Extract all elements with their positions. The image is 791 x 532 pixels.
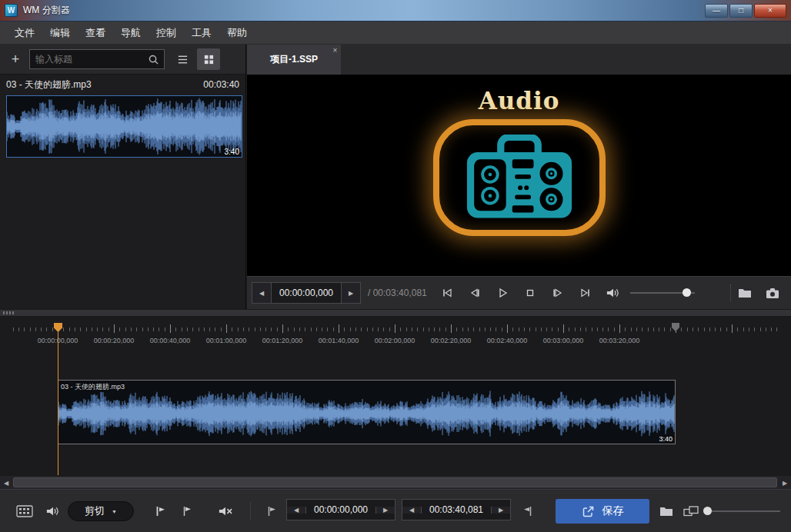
set-end-marker-button[interactable]	[175, 500, 199, 523]
go-to-end-marker-button[interactable]	[519, 500, 536, 522]
current-time-value[interactable]: 00:00:00,000	[272, 283, 341, 303]
preview-area: Audio	[247, 75, 791, 276]
ruler-tick	[619, 324, 620, 333]
segments-grid-icon	[16, 505, 33, 517]
maximize-button[interactable]: □	[729, 4, 753, 18]
boombox-icon	[462, 135, 577, 221]
list-view-button[interactable]	[171, 48, 194, 70]
volume-slider-handle[interactable]	[683, 288, 691, 297]
play-button[interactable]	[489, 281, 516, 304]
menu-control[interactable]: 控制	[149, 22, 184, 45]
mute-button[interactable]	[212, 500, 239, 523]
ruler-label: 00:02:40,000	[479, 337, 535, 344]
mute-speaker-icon	[218, 505, 233, 517]
ruler-tick	[13, 328, 14, 331]
ruler-tick	[446, 328, 446, 331]
ruler-tick	[355, 328, 356, 331]
ruler-label: 00:00:20,000	[86, 337, 142, 344]
ruler-tick	[322, 328, 322, 331]
search-button[interactable]	[143, 50, 164, 68]
ruler-tick	[693, 328, 693, 331]
ruler-tick	[456, 328, 457, 331]
time-increment-button[interactable]: ▶	[341, 283, 360, 303]
start-time-value[interactable]: 00:00:00,000	[306, 504, 375, 515]
menu-navigate[interactable]: 导航	[113, 22, 149, 45]
ruler-tick	[69, 328, 70, 331]
step-back-button[interactable]	[461, 281, 489, 304]
grid-view-button[interactable]	[197, 48, 220, 70]
scroll-right-button[interactable]: ▶	[779, 476, 791, 490]
start-marker-flag-icon	[155, 505, 167, 517]
end-time-value[interactable]: 00:03:40,081	[422, 504, 491, 515]
ruler-tick	[536, 328, 536, 331]
ruler-tick	[378, 328, 379, 331]
close-button[interactable]: ×	[754, 4, 786, 18]
menu-tools[interactable]: 工具	[184, 22, 219, 45]
add-media-button[interactable]: +	[5, 48, 26, 70]
ruler-tick	[209, 328, 210, 331]
menu-bar: 文件 编辑 查看 导航 控制 工具 帮助	[0, 22, 791, 45]
menu-file[interactable]: 文件	[7, 22, 42, 45]
scrollbar-thumb[interactable]	[13, 477, 777, 487]
volume-slider[interactable]	[629, 281, 696, 304]
stop-button[interactable]	[516, 281, 544, 304]
menu-help[interactable]: 帮助	[219, 22, 255, 45]
timeline-audio-clip[interactable]: 03 - 天使的翅膀.mp3 3:40	[58, 380, 676, 444]
zoom-slider-handle[interactable]	[703, 507, 712, 515]
ruler-tick	[681, 328, 682, 331]
start-time-decrement-button[interactable]: ◀	[287, 507, 306, 514]
output-folder-button[interactable]	[654, 500, 679, 523]
ruler-label: 00:03:00,000	[536, 337, 591, 344]
cut-mode-dropdown[interactable]: 剪切 ▼	[68, 501, 134, 521]
ruler-tick	[434, 328, 435, 331]
ruler-tick	[131, 328, 132, 331]
end-time-increment-button[interactable]: ▶	[491, 507, 510, 514]
chevron-down-icon: ▼	[112, 509, 117, 514]
time-decrement-button[interactable]: ◀	[252, 283, 272, 303]
media-list-item[interactable]: 03 - 天使的翅膀.mp3 00:03:40	[0, 75, 245, 94]
tab-project[interactable]: 项目-1.SSP	[247, 45, 341, 75]
ruler-tick	[771, 328, 772, 331]
jump-end-button[interactable]	[572, 281, 599, 304]
ruler-tick	[175, 328, 176, 331]
ruler-tick	[473, 328, 474, 331]
minimize-button[interactable]: —	[705, 4, 728, 18]
set-start-marker-button[interactable]	[149, 500, 172, 523]
media-item-thumbnail[interactable]: 3:40	[6, 95, 242, 158]
go-to-start-marker-button[interactable]	[263, 500, 280, 522]
ruler-tick	[766, 328, 766, 331]
cut-mode-label: 剪切	[85, 504, 105, 518]
audio-preview-button[interactable]	[40, 500, 65, 523]
app-icon[interactable]: W	[5, 4, 18, 17]
menu-view[interactable]: 查看	[78, 22, 113, 45]
ruler-tick	[92, 328, 92, 331]
timeline-zoom-slider[interactable]	[703, 500, 780, 522]
browse-folder-button[interactable]	[731, 281, 759, 304]
ruler-label: 00:02:20,000	[423, 337, 479, 344]
step-forward-icon	[552, 287, 564, 299]
volume-button[interactable]	[599, 281, 627, 304]
ruler-tick	[479, 328, 480, 331]
list-view-icon	[177, 54, 189, 65]
jump-start-button[interactable]	[433, 281, 461, 304]
ruler-tick	[412, 328, 412, 331]
scroll-left-button[interactable]: ◀	[0, 476, 12, 490]
panel-splitter[interactable]	[0, 309, 791, 317]
ruler-label: 00:01:00,000	[199, 337, 254, 344]
end-time-decrement-button[interactable]: ◀	[402, 507, 422, 514]
ruler-tick	[75, 328, 75, 331]
save-button[interactable]: 保存	[556, 499, 649, 524]
menu-edit[interactable]: 编辑	[42, 22, 78, 45]
ruler-tick	[754, 328, 755, 331]
step-forward-button[interactable]	[544, 281, 572, 304]
search-input[interactable]	[30, 54, 143, 65]
segments-grid-button[interactable]	[11, 500, 38, 523]
ruler-tick	[339, 324, 339, 333]
zoom-fit-button[interactable]	[680, 500, 702, 522]
start-time-increment-button[interactable]: ▶	[375, 507, 395, 514]
ruler-tick	[519, 328, 519, 331]
timeline-ruler[interactable]: 00:00:00,000 00:00:20,000 00:00:40,000 0…	[0, 317, 791, 352]
snapshot-button[interactable]	[759, 281, 786, 304]
export-arrow-icon	[582, 505, 595, 518]
tab-close-icon[interactable]: ×	[330, 45, 340, 55]
